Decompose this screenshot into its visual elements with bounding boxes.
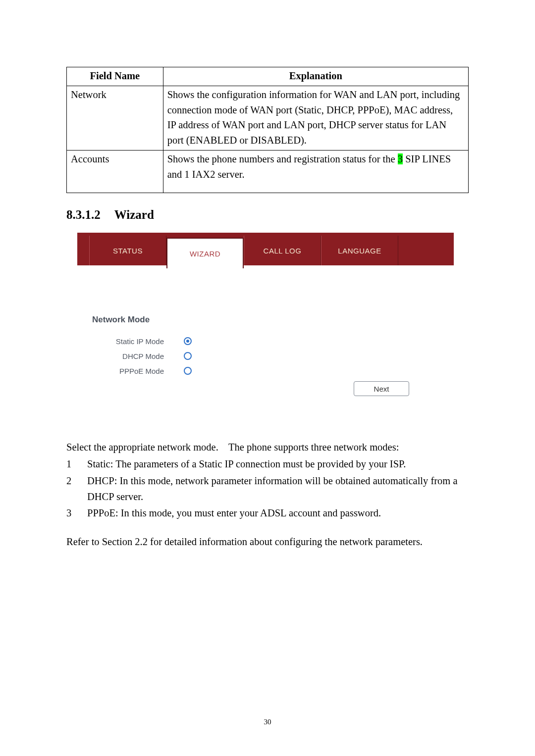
intro-paragraph: Select the appropriate network mode. The… [66,440,469,455]
tab-bar: STATUS WIZARD CALL LOG LANGUAGE [77,236,454,265]
list-number: 1 [66,456,87,472]
list-number: 3 [66,505,87,521]
field-explanation-table: Field Name Explanation Network Shows the… [66,67,469,193]
modes-list: 1Static: The parameters of a Static IP c… [66,456,469,521]
tab-label: STATUS [113,247,143,255]
radio-dhcp[interactable] [184,352,192,360]
section-number: 8.3.1.2 [66,208,101,222]
radio-static-ip[interactable] [184,337,192,345]
cell-field: Network [67,86,163,150]
next-button[interactable]: Next [354,381,409,396]
tab-label: WIZARD [190,250,220,258]
option-label: Static IP Mode [92,337,184,346]
section-heading: 8.3.1.2Wizard [66,208,469,222]
table-row: Accounts Shows the phone numbers and reg… [67,150,469,193]
radio-pppoe[interactable] [184,367,192,375]
list-item: 3PPPoE: In this mode, you must enter you… [66,505,469,521]
cell-explanation: Shows the configuration information for … [163,86,468,150]
reference-paragraph: Refer to Section 2.2 for detailed inform… [66,534,469,550]
tab-label: LANGUAGE [338,247,381,255]
tab-call-log[interactable]: CALL LOG [244,236,321,265]
cell-field: Accounts [67,150,163,193]
tab-label: CALL LOG [264,247,302,255]
tab-language[interactable]: LANGUAGE [321,236,398,265]
tab-wizard[interactable]: WIZARD [166,238,244,268]
list-text: DHCP: In this mode, network parameter in… [87,473,469,505]
table-header-explanation: Explanation [163,67,468,86]
option-row-dhcp[interactable]: DHCP Mode [92,349,439,363]
cell-explanation: Shows the phone numbers and registration… [163,150,468,193]
tab-status[interactable]: STATUS [89,236,166,265]
page-number: 30 [0,718,535,726]
wizard-screenshot: STATUS WIZARD CALL LOG LANGUAGE Network … [77,233,454,410]
list-number: 2 [66,473,87,505]
highlighted-number: 3 [398,153,403,164]
list-item: 2DHCP: In this mode, network parameter i… [66,473,469,505]
section-title: Wizard [114,208,154,221]
list-text: PPPoE: In this mode, you must enter your… [87,505,381,521]
list-item: 1Static: The parameters of a Static IP c… [66,456,469,472]
option-row-pppoe[interactable]: PPPoE Mode [92,363,439,378]
table-row: Network Shows the configuration informat… [67,86,469,150]
cell-text: Shows the phone numbers and registration… [167,153,398,164]
option-row-static[interactable]: Static IP Mode [92,334,439,349]
table-header-field: Field Name [67,67,163,86]
list-text: Static: The parameters of a Static IP co… [87,456,406,472]
network-mode-heading: Network Mode [92,315,439,325]
option-label: DHCP Mode [92,352,184,360]
option-label: PPPoE Mode [92,367,184,375]
